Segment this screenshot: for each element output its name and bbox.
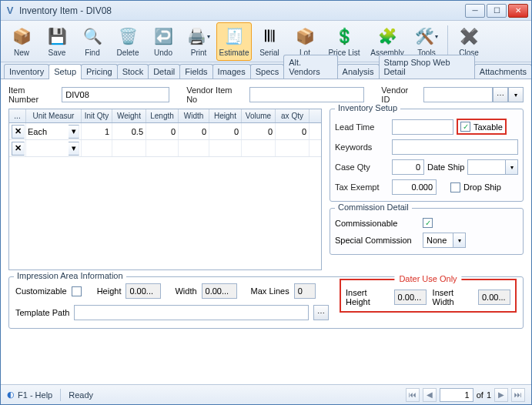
col-volume[interactable]: Volume xyxy=(242,109,276,122)
vendor-item-label: Vendor Item No xyxy=(186,85,245,104)
help-hint[interactable]: ◐ F1 - Help xyxy=(7,390,52,400)
keywords-input[interactable] xyxy=(392,139,518,155)
special-commission-select[interactable]: None▾ xyxy=(423,233,466,248)
drop-ship-label: Drop Ship xyxy=(463,182,501,192)
print-icon: 🖨️▾ xyxy=(186,25,211,47)
vendor-item-input[interactable] xyxy=(249,87,364,102)
col-weight[interactable]: Weight xyxy=(112,109,146,122)
help-icon: ◐ xyxy=(7,390,15,400)
template-path-input[interactable] xyxy=(74,305,309,320)
minimize-button[interactable]: ─ xyxy=(465,4,485,18)
imp-height-input[interactable] xyxy=(125,283,161,299)
insert-width-label: Insert Width xyxy=(433,288,472,306)
dater-title: Dater Use Only xyxy=(394,274,461,283)
table-row[interactable]: ✕ Each▾ 1 0.5 0 0 0 0 0 xyxy=(9,123,321,140)
undo-icon: ↩️ xyxy=(151,25,176,47)
inventory-setup-group: Inventory Setup Lead Time ✓ Taxable Keyw… xyxy=(330,109,524,202)
row-delete-button[interactable]: ✕ xyxy=(12,142,25,156)
commission-group: Commission Detail Commissionable ✓ Speci… xyxy=(330,208,524,255)
undo-button[interactable]: ↩️Undo xyxy=(146,22,181,61)
col-ax-qty[interactable]: ax Qty xyxy=(276,109,309,122)
cell-ax-qty[interactable]: 0 xyxy=(276,123,309,139)
tab-fields[interactable]: Fields xyxy=(179,64,212,79)
max-lines-input[interactable] xyxy=(294,283,316,299)
lead-time-input[interactable] xyxy=(392,119,453,135)
col-unit[interactable]: Unit Measur xyxy=(26,109,82,122)
imp-width-input[interactable] xyxy=(202,283,237,299)
print-button[interactable]: 🖨️▾Print xyxy=(181,22,216,61)
grid-header: ... Unit Measur Init Qty Weight Length W… xyxy=(9,109,321,123)
unit-grid: ... Unit Measur Init Qty Weight Length W… xyxy=(8,109,322,270)
customizable-checkbox[interactable] xyxy=(72,286,82,296)
cell-volume[interactable]: 0 xyxy=(242,123,276,139)
item-number-label: Item Number xyxy=(8,85,57,104)
cell-init-qty[interactable]: 1 xyxy=(82,123,112,139)
cell-length[interactable]: 0 xyxy=(146,123,179,139)
header-row: Item Number Vendor Item No Vendor ID ⋯ ▾ xyxy=(8,85,524,104)
tax-exempt-input[interactable] xyxy=(392,179,437,195)
template-path-label: Template Path xyxy=(15,308,69,317)
vendor-id-input[interactable] xyxy=(423,87,493,102)
item-number-input[interactable] xyxy=(62,87,169,102)
imp-height-label: Height xyxy=(97,286,122,296)
window-title: Inventory Item - DIV08 xyxy=(19,5,465,16)
date-ship-select[interactable]: ▾ xyxy=(467,159,518,175)
estimate-button[interactable]: 🧾Estimate xyxy=(216,22,252,61)
drop-ship-checkbox[interactable] xyxy=(450,182,460,192)
new-button[interactable]: 📦New xyxy=(4,22,39,61)
pager-first-button[interactable]: ⏮ xyxy=(406,388,420,402)
insert-height-input[interactable] xyxy=(394,290,427,305)
tab-inventory[interactable]: Inventory xyxy=(4,64,49,79)
unit-dropdown-button[interactable]: ▾ xyxy=(69,142,79,156)
case-qty-label: Case Qty xyxy=(335,162,389,172)
tab-pricing[interactable]: Pricing xyxy=(81,64,118,79)
cell-weight[interactable]: 0.5 xyxy=(112,123,146,139)
pager-next-button[interactable]: ▶ xyxy=(494,388,508,402)
tab-stamp-shop[interactable]: Stamp Shop Web Detail xyxy=(379,55,475,79)
barcode-icon: 𝄃𝄃𝄂 xyxy=(257,25,282,47)
row-delete-button[interactable]: ✕ xyxy=(12,125,25,139)
maximize-button[interactable]: ☐ xyxy=(487,4,507,18)
pager-total: 1 xyxy=(487,390,491,400)
col-height[interactable]: Height xyxy=(209,109,242,122)
insert-height-label: Insert Height xyxy=(346,288,388,306)
status-bar: ◐ F1 - Help Ready ⏮ ◀ of 1 ▶ ⏭ xyxy=(1,384,531,404)
cell-width[interactable]: 0 xyxy=(179,123,209,139)
tab-alt-vendors[interactable]: Alt. Vendors xyxy=(283,55,337,79)
tab-specs[interactable]: Specs xyxy=(250,64,285,79)
tab-detail[interactable]: Detail xyxy=(148,64,180,79)
col-actions[interactable]: ... xyxy=(9,109,26,122)
cell-height[interactable]: 0 xyxy=(209,123,242,139)
serial-button[interactable]: 𝄃𝄃𝄂Serial xyxy=(252,22,287,61)
grid-body: ✕ Each▾ 1 0.5 0 0 0 0 0 ✕ ▾ xyxy=(9,123,321,157)
tab-setup[interactable]: Setup xyxy=(49,64,82,79)
case-qty-input[interactable] xyxy=(392,159,424,175)
pager-page-input[interactable] xyxy=(440,388,473,402)
col-init-qty[interactable]: Init Qty xyxy=(82,109,112,122)
impression-title: Impression Area Information xyxy=(14,271,126,280)
tab-images[interactable]: Images xyxy=(212,64,251,79)
pager-prev-button[interactable]: ◀ xyxy=(423,388,437,402)
commissionable-checkbox[interactable]: ✓ xyxy=(423,218,433,228)
tax-exempt-label: Tax Exempt xyxy=(335,182,389,192)
pager-last-button[interactable]: ⏭ xyxy=(511,388,525,402)
taxable-checkbox[interactable]: ✓ xyxy=(460,122,470,132)
find-button[interactable]: 🔍Find xyxy=(75,22,110,61)
delete-button[interactable]: 🗑️Delete xyxy=(110,22,146,61)
tab-attachments[interactable]: Attachments xyxy=(474,64,532,79)
chevron-down-icon: ▾ xyxy=(453,233,465,247)
close-window-button[interactable]: ✕ xyxy=(508,4,528,18)
save-button[interactable]: 💾Save xyxy=(39,22,75,61)
vendor-id-lookup-button[interactable]: ⋯ xyxy=(493,87,508,102)
table-row-new[interactable]: ✕ ▾ xyxy=(9,140,321,157)
commissionable-label: Commissionable xyxy=(335,219,420,228)
tab-analysis[interactable]: Analysis xyxy=(337,64,380,79)
tab-stock[interactable]: Stock xyxy=(117,64,149,79)
template-path-browse-button[interactable]: ⋯ xyxy=(313,305,329,320)
vendor-id-dropdown-button[interactable]: ▾ xyxy=(508,87,524,102)
col-length[interactable]: Length xyxy=(146,109,179,122)
col-width[interactable]: Width xyxy=(179,109,209,122)
date-ship-label: Date Ship xyxy=(427,162,464,172)
unit-dropdown-button[interactable]: ▾ xyxy=(69,125,79,139)
insert-width-input[interactable] xyxy=(478,290,510,305)
